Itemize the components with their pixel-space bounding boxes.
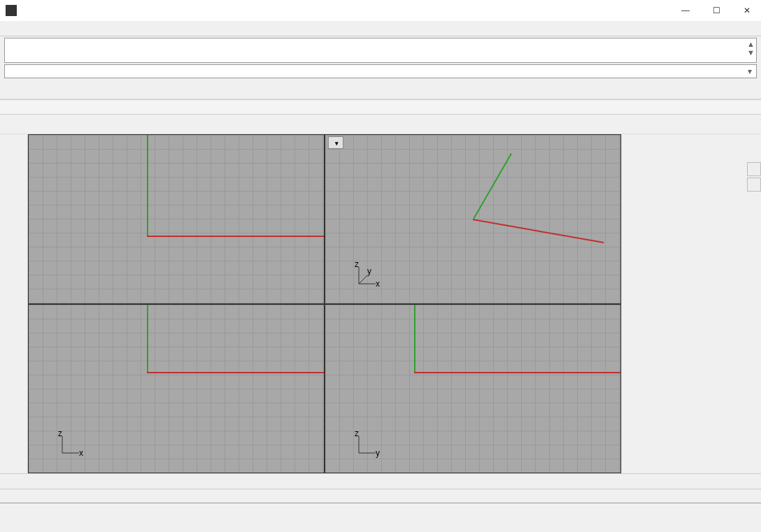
close-button[interactable]: ✕ — [741, 5, 753, 16]
history-scroll-icon[interactable]: ▲▼ — [747, 40, 755, 57]
svg-line-2 — [359, 275, 367, 284]
svg-text:z: z — [355, 431, 359, 438]
svg-text:x: x — [79, 448, 83, 458]
axis-gnomon: zx — [57, 431, 85, 459]
viewport-front[interactable]: zx — [28, 304, 325, 474]
svg-text:y: y — [367, 266, 371, 276]
viewport-label[interactable]: ▾ — [328, 136, 343, 149]
app-icon — [6, 5, 17, 16]
svg-text:z: z — [58, 431, 62, 438]
svg-text:y: y — [376, 448, 380, 458]
command-history: ▲▼ — [4, 38, 757, 63]
maximize-button[interactable]: ☐ — [711, 5, 722, 16]
viewport-top[interactable] — [28, 134, 325, 304]
svg-text:z: z — [355, 261, 359, 269]
side-tab[interactable] — [747, 162, 761, 176]
axis-gnomon: zy — [353, 431, 381, 459]
command-input-row[interactable]: ▾ — [4, 64, 757, 78]
command-dropdown-icon[interactable]: ▾ — [748, 66, 752, 76]
viewport-perspective[interactable]: ▾ zxy — [325, 134, 621, 304]
axis-gnomon: zxy — [353, 261, 381, 289]
svg-text:x: x — [376, 279, 380, 289]
side-tab[interactable] — [747, 178, 761, 192]
viewport-right[interactable]: zy — [325, 304, 621, 474]
minimize-button[interactable]: — — [680, 5, 691, 16]
